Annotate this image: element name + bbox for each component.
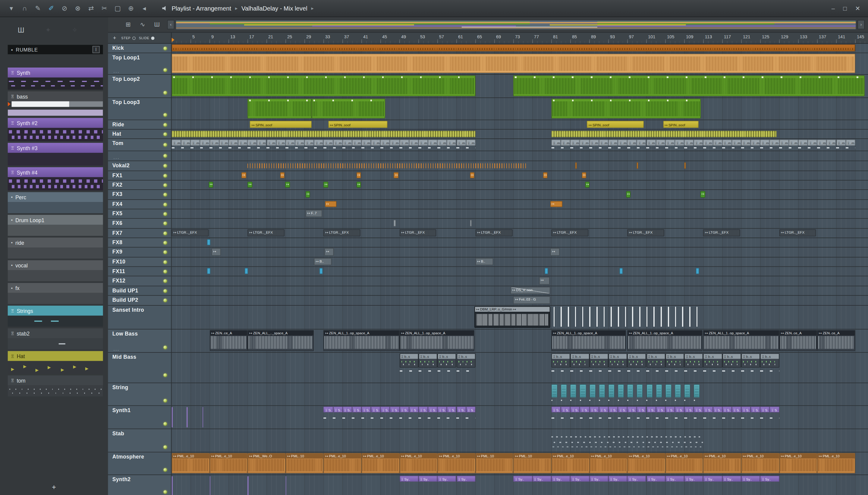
track-led-button[interactable] <box>163 154 167 158</box>
track-name-cell[interactable]: Build UP2 <box>108 296 172 305</box>
track-name-cell[interactable]: FX4 <box>108 200 172 209</box>
track-led-button[interactable] <box>163 46 167 50</box>
clip[interactable] <box>513 75 864 97</box>
clip[interactable]: Ξ..m <box>684 140 694 146</box>
picker-item-header[interactable]: •Drum Loop1 <box>8 215 103 225</box>
clip[interactable] <box>470 220 471 226</box>
clip[interactable]: ↦ B.. <box>475 258 493 265</box>
clip[interactable] <box>684 162 686 169</box>
track-led-button[interactable] <box>163 490 167 494</box>
timeline-ruler[interactable]: 5913172125293337414549535761656973778185… <box>172 33 868 43</box>
track-lane[interactable] <box>172 44 868 52</box>
clip[interactable]: ↦ PML..e_10 <box>209 453 247 473</box>
clip[interactable]: Ξ S..h <box>333 406 342 412</box>
track-lane[interactable] <box>172 151 868 160</box>
clip[interactable] <box>172 407 172 427</box>
picker-item-header[interactable]: Ξstab2 <box>8 328 103 338</box>
clip[interactable]: Ξ Sy.. <box>627 476 646 482</box>
clip[interactable]: ↦ <box>356 172 361 178</box>
clip[interactable] <box>665 385 671 398</box>
clip[interactable]: Ξ S..h <box>770 406 779 412</box>
track-name-cell[interactable]: Kick <box>108 44 172 52</box>
track-led-button[interactable] <box>163 298 167 302</box>
track-lane[interactable]: ↦ F..7 <box>172 209 868 218</box>
track-lane[interactable] <box>172 238 868 247</box>
clip[interactable]: Ξ S..h <box>570 406 579 412</box>
picker-view-icon[interactable]: Ш <box>18 25 24 34</box>
clip[interactable] <box>172 54 855 73</box>
clip[interactable]: ↦ ZEN..ce_A <box>779 330 817 351</box>
clip[interactable]: Ξ..m <box>390 140 399 146</box>
clip[interactable]: Ξ..m <box>846 140 855 146</box>
scroll-left-button[interactable]: ‹ <box>167 20 174 29</box>
clip[interactable]: Ξ..m <box>276 140 285 146</box>
track-name-cell[interactable]: String <box>108 383 172 405</box>
clip[interactable]: Ξ S..h <box>627 406 637 412</box>
clip[interactable]: Ξ S..h <box>580 406 589 412</box>
clip[interactable]: Ξ..m <box>817 140 827 146</box>
clip[interactable]: Ξ S..h <box>447 406 456 412</box>
clip[interactable]: Ξ..m <box>599 140 608 146</box>
track-led-button[interactable] <box>163 270 167 273</box>
clip[interactable]: Ξ..m <box>770 140 779 146</box>
track-lane[interactable]: Ξ S..hΞ S..hΞ S..hΞ S..hΞ S..hΞ S..hΞ S.… <box>172 406 868 428</box>
clip[interactable] <box>247 476 248 495</box>
clip[interactable]: Ξ..m <box>172 140 181 146</box>
clip[interactable]: ↦ <box>550 248 560 256</box>
clip[interactable]: Ξ..m <box>618 140 627 146</box>
clip[interactable]: ↦ ZEN_ALL_1..op_space_A <box>703 330 779 351</box>
clip[interactable] <box>637 385 643 398</box>
clip[interactable]: ↦ SPIN..soof <box>663 121 698 128</box>
clip[interactable] <box>618 385 624 398</box>
clip[interactable]: Ξ S..h <box>675 406 684 412</box>
track-led-button[interactable] <box>163 174 167 177</box>
clip[interactable]: ↦ LTGR.._EFX <box>703 229 740 236</box>
track-name-cell[interactable]: FX6 <box>108 219 172 228</box>
track-name-cell[interactable]: FX8 <box>108 238 172 247</box>
clip[interactable]: Ξ S..h <box>599 406 608 412</box>
clip[interactable]: Ξ S..h <box>409 406 418 412</box>
clip[interactable]: ↦ ZEN_ALL_1..op_space_A <box>551 330 626 351</box>
clip[interactable]: ↦ ZEN..ce_A <box>817 330 855 351</box>
scroll-right-button[interactable]: › <box>857 20 865 29</box>
clip[interactable] <box>551 148 855 149</box>
clip[interactable]: Ξ S..h <box>722 406 731 412</box>
clip[interactable] <box>172 44 855 52</box>
breadcrumb-plugin[interactable]: ValhallaDelay - Mix level <box>241 5 308 12</box>
picker-item-header[interactable]: ΞSynth #2 <box>8 118 103 128</box>
clip[interactable]: Ξ S..h <box>361 406 371 412</box>
track-led-button[interactable] <box>163 90 167 95</box>
clip[interactable] <box>627 385 633 398</box>
clip[interactable] <box>696 268 699 274</box>
clip[interactable]: Ξ S..h <box>751 406 760 412</box>
track-led-button[interactable] <box>163 202 167 206</box>
clip[interactable]: Ξ Sy.. <box>437 476 456 482</box>
track-lane[interactable]: ↦ <box>172 276 868 286</box>
picker-item-header[interactable]: •fx <box>8 283 103 293</box>
clip[interactable]: Ξ S..h <box>684 406 694 412</box>
clip[interactable] <box>319 268 323 274</box>
clip[interactable]: Ξ..m <box>722 140 731 146</box>
clip[interactable] <box>285 476 286 495</box>
slide-toggle[interactable]: SLIDE <box>139 36 154 39</box>
clip[interactable]: ↦ <box>470 172 474 178</box>
clip[interactable]: Ξ..m <box>580 140 589 146</box>
clip[interactable]: Ξ..m <box>713 140 722 146</box>
select-icon[interactable]: ▢ <box>114 4 121 12</box>
clip[interactable]: Ξ..m <box>447 140 456 146</box>
track-led-button[interactable] <box>163 212 167 216</box>
clip[interactable]: Ξ..m <box>456 140 466 146</box>
clip[interactable]: Ξ S..h <box>760 406 769 412</box>
clip[interactable]: Ξ b..s <box>437 353 456 368</box>
clip[interactable] <box>207 268 211 274</box>
clip[interactable]: ↦ PML..e_10 <box>437 453 475 473</box>
picker-item-header[interactable]: •ride <box>8 238 103 248</box>
clip[interactable]: Ξ b..s <box>646 353 665 368</box>
clip[interactable] <box>656 385 662 398</box>
clip[interactable]: ↦ LTGR.._EFX <box>247 229 284 236</box>
clip[interactable]: Ξ S..h <box>732 406 741 412</box>
clip[interactable]: Ξ S..h <box>399 406 409 412</box>
track-name-cell[interactable]: FX12 <box>108 276 172 286</box>
clip[interactable]: Ξ..m <box>181 140 190 146</box>
clip[interactable]: Ξ..m <box>627 140 637 146</box>
